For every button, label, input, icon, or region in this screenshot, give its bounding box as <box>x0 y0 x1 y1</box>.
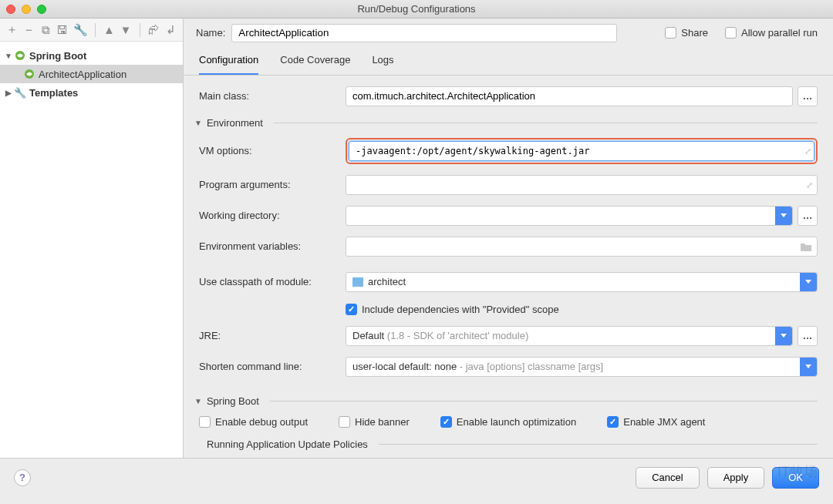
classpath-dropdown[interactable]: architect <box>346 272 818 292</box>
name-input[interactable] <box>231 24 617 42</box>
environment-group[interactable]: ▼ Environment <box>194 117 818 129</box>
titlebar: Run/Debug Configurations <box>0 0 833 18</box>
browse-main-class-button[interactable]: … <box>798 86 818 106</box>
chevron-down-icon: ▼ <box>194 397 202 405</box>
move-up-button[interactable]: ▲ <box>103 23 116 36</box>
hide-banner-checkbox[interactable]: Hide banner <box>339 416 410 428</box>
chevron-down-icon: ▼ <box>3 52 14 60</box>
spring-boot-group[interactable]: ▼ Spring Boot <box>194 395 818 407</box>
env-vars-input[interactable] <box>346 237 818 257</box>
program-args-label: Program arguments: <box>199 179 346 190</box>
sidebar-toolbar: ＋ − ⧉ 🖫 🔧 ▲ ▼ ⮳ ↲ <box>0 18 183 42</box>
browse-jre-button[interactable]: … <box>798 326 818 346</box>
save-config-button[interactable]: 🖫 <box>56 23 69 36</box>
enable-jmx-checkbox[interactable]: ✓Enable JMX agent <box>607 416 705 428</box>
include-provided-checkbox[interactable]: ✓Include dependencies with "Provided" sc… <box>346 304 559 315</box>
classpath-label: Use classpath of module: <box>199 276 346 287</box>
spring-icon <box>23 68 35 80</box>
tab-logs[interactable]: Logs <box>372 48 393 75</box>
remove-config-button[interactable]: − <box>23 23 35 36</box>
shorten-cmd-dropdown[interactable]: user-local default: none - java [options… <box>346 357 818 377</box>
working-dir-label: Working directory: <box>199 210 346 221</box>
vm-options-label: VM options: <box>199 145 346 156</box>
name-label: Name: <box>196 27 225 39</box>
form-area: Main class: … ▼ Environment VM options: … <box>184 76 833 458</box>
module-icon <box>352 277 363 287</box>
program-args-input[interactable] <box>346 175 818 195</box>
sidebar: ＋ − ⧉ 🖫 🔧 ▲ ▼ ⮳ ↲ ▼ Spring Boot Architec… <box>0 18 184 458</box>
allow-parallel-checkbox[interactable]: Allow parallel run <box>725 27 818 39</box>
ok-button[interactable]: OK <box>772 467 819 489</box>
chevron-right-icon: ▶ <box>3 89 14 97</box>
browse-working-dir-button[interactable]: … <box>798 206 818 226</box>
wrench-icon: 🔧 <box>14 86 26 99</box>
tabs: Configuration Code Coverage Logs <box>184 48 833 76</box>
tab-configuration[interactable]: Configuration <box>199 48 258 75</box>
tree-node-templates[interactable]: ▶ 🔧 Templates <box>0 83 183 102</box>
main-class-label: Main class: <box>199 90 346 102</box>
tree-label: Templates <box>29 87 78 99</box>
chevron-down-icon: ▼ <box>194 119 202 127</box>
enable-launch-opt-checkbox[interactable]: ✓Enable launch optimization <box>440 416 576 428</box>
config-tree: ▼ Spring Boot ArchitectApplication ▶ 🔧 T… <box>0 42 183 458</box>
footer: ? Cancel Apply OK <box>0 458 833 496</box>
enable-debug-checkbox[interactable]: Enable debug output <box>199 416 308 428</box>
tree-node-spring-boot[interactable]: ▼ Spring Boot <box>0 46 183 65</box>
tree-label: ArchitectApplication <box>39 69 126 80</box>
add-config-button[interactable]: ＋ <box>6 22 19 37</box>
tree-label: Spring Boot <box>29 50 86 62</box>
folder-button[interactable]: ⮳ <box>148 23 160 36</box>
env-vars-label: Environment variables: <box>199 240 346 252</box>
working-dir-dropdown[interactable] <box>346 206 793 226</box>
tab-code-coverage[interactable]: Code Coverage <box>280 48 350 75</box>
close-icon[interactable] <box>6 5 15 14</box>
minimize-icon[interactable] <box>22 5 31 14</box>
jre-dropdown[interactable]: Default (1.8 - SDK of 'architect' module… <box>346 326 793 346</box>
shorten-cmd-label: Shorten command line: <box>199 361 346 372</box>
edit-config-button[interactable]: 🔧 <box>73 23 87 37</box>
tree-node-architect-application[interactable]: ArchitectApplication <box>0 65 183 83</box>
move-down-button[interactable]: ▼ <box>120 23 132 36</box>
jre-label: JRE: <box>199 330 346 341</box>
window-title: Run/Debug Configurations <box>0 3 833 15</box>
maximize-icon[interactable] <box>37 5 46 14</box>
spring-icon <box>14 49 26 62</box>
copy-config-button[interactable]: ⧉ <box>39 23 52 37</box>
svg-rect-2 <box>352 277 363 287</box>
apply-button[interactable]: Apply <box>707 467 765 489</box>
cancel-button[interactable]: Cancel <box>636 467 699 489</box>
main-class-input[interactable] <box>346 86 793 106</box>
help-button[interactable]: ? <box>14 469 31 486</box>
vm-options-input[interactable] <box>349 141 814 161</box>
window-controls <box>6 5 46 14</box>
update-policies-group: Running Application Update Policies <box>207 438 818 450</box>
share-checkbox[interactable]: Share <box>665 27 708 39</box>
main-panel: Name: Share Allow parallel run Configura… <box>184 18 833 458</box>
expand-button[interactable]: ↲ <box>164 23 177 37</box>
